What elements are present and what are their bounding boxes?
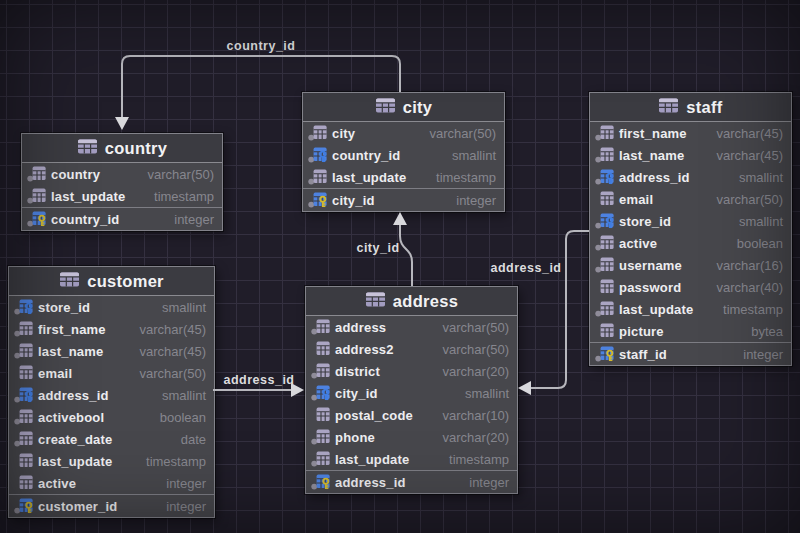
column-type: smallint xyxy=(452,148,496,163)
erd-canvas[interactable]: countrycountryvarchar(50)last_updatetime… xyxy=(0,0,800,533)
column-icon xyxy=(14,452,38,470)
column-row-last_update[interactable]: last_updatetimestamp xyxy=(306,448,517,470)
column-row-store_id[interactable]: store_idsmallint xyxy=(9,296,214,318)
column-type: varchar(20) xyxy=(443,430,509,445)
column-row-country_id[interactable]: country_idinteger xyxy=(22,207,222,230)
table-title: staff xyxy=(686,98,722,117)
column-row-email[interactable]: emailvarchar(50) xyxy=(590,188,791,210)
column-icon xyxy=(311,318,335,336)
column-row-city[interactable]: cityvarchar(50) xyxy=(303,122,504,144)
column-name: last_name xyxy=(619,148,684,163)
column-name: first_name xyxy=(619,126,687,141)
column-row-picture[interactable]: picturebytea xyxy=(590,320,791,342)
table-staff[interactable]: stafffirst_namevarchar(45)last_namevarch… xyxy=(589,92,792,366)
column-row-address_id[interactable]: address_idinteger xyxy=(306,470,517,493)
table-header[interactable]: address xyxy=(306,287,517,316)
column-icon xyxy=(14,364,38,382)
column-row-last_update[interactable]: last_updatetimestamp xyxy=(22,185,222,207)
column-name: postal_code xyxy=(335,408,413,423)
column-row-password[interactable]: passwordvarchar(40) xyxy=(590,276,791,298)
column-type: integer xyxy=(166,499,206,514)
column-icon xyxy=(311,406,335,424)
column-icon xyxy=(311,428,335,446)
column-icon xyxy=(595,322,619,340)
column-type: integer xyxy=(456,193,496,208)
column-row-staff_id[interactable]: staff_idinteger xyxy=(590,342,791,365)
column-row-address2[interactable]: address2varchar(50) xyxy=(306,338,517,360)
column-row-last_name[interactable]: last_namevarchar(45) xyxy=(9,340,214,362)
table-icon xyxy=(77,138,98,159)
column-row-phone[interactable]: phonevarchar(20) xyxy=(306,426,517,448)
foreign-key-icon xyxy=(311,384,335,402)
relation-line[interactable] xyxy=(531,231,589,388)
column-row-last_update[interactable]: last_updatetimestamp xyxy=(303,166,504,188)
table-customer[interactable]: customerstore_idsmallintfirst_namevarcha… xyxy=(8,266,215,518)
column-type: smallint xyxy=(465,386,509,401)
column-row-active[interactable]: activeinteger xyxy=(9,472,214,494)
column-icon xyxy=(311,362,335,380)
column-row-last_update[interactable]: last_updatetimestamp xyxy=(9,450,214,472)
relation-label: address_id xyxy=(223,373,294,387)
primary-key-icon xyxy=(308,191,332,209)
relation-arrow-icon xyxy=(291,383,304,397)
table-title: country xyxy=(105,139,168,158)
column-icon xyxy=(595,256,619,274)
column-row-address[interactable]: addressvarchar(50) xyxy=(306,316,517,338)
column-row-district[interactable]: districtvarchar(20) xyxy=(306,360,517,382)
table-country[interactable]: countrycountryvarchar(50)last_updatetime… xyxy=(21,133,223,231)
column-type: smallint xyxy=(162,300,206,315)
relation-city_id: city_id xyxy=(356,212,412,286)
column-name: last_update xyxy=(335,452,409,467)
foreign-key-icon xyxy=(595,212,619,230)
column-row-create_date[interactable]: create_datedate xyxy=(9,428,214,450)
column-row-last_name[interactable]: last_namevarchar(45) xyxy=(590,144,791,166)
column-row-active[interactable]: activeboolean xyxy=(590,232,791,254)
table-address[interactable]: addressaddressvarchar(50)address2varchar… xyxy=(305,286,518,494)
column-row-customer_id[interactable]: customer_idinteger xyxy=(9,494,214,517)
relation-arrow-icon xyxy=(393,212,407,225)
column-icon xyxy=(595,234,619,252)
column-row-address_id[interactable]: address_idsmallint xyxy=(9,384,214,406)
table-header[interactable]: city xyxy=(303,93,504,122)
column-row-country[interactable]: countryvarchar(50) xyxy=(22,163,222,185)
column-row-postal_code[interactable]: postal_codevarchar(10) xyxy=(306,404,517,426)
column-icon xyxy=(311,450,335,468)
column-type: boolean xyxy=(737,236,783,251)
column-name: store_id xyxy=(619,214,671,229)
column-row-username[interactable]: usernamevarchar(16) xyxy=(590,254,791,276)
column-row-city_id[interactable]: city_idinteger xyxy=(303,188,504,211)
column-name: email xyxy=(38,366,72,381)
column-name: last_update xyxy=(332,170,406,185)
column-type: varchar(40) xyxy=(717,280,783,295)
column-name: active xyxy=(619,236,657,251)
foreign-key-icon xyxy=(308,146,332,164)
relation-label: city_id xyxy=(356,241,399,255)
column-row-activebool[interactable]: activeboolboolean xyxy=(9,406,214,428)
column-row-address_id[interactable]: address_idsmallint xyxy=(590,166,791,188)
column-row-last_update[interactable]: last_updatetimestamp xyxy=(590,298,791,320)
column-icon xyxy=(308,168,332,186)
column-row-store_id[interactable]: store_idsmallint xyxy=(590,210,791,232)
column-row-country_id[interactable]: country_idsmallint xyxy=(303,144,504,166)
column-row-first_name[interactable]: first_namevarchar(45) xyxy=(590,122,791,144)
table-city[interactable]: citycityvarchar(50)country_idsmallintlas… xyxy=(302,92,505,212)
column-row-first_name[interactable]: first_namevarchar(45) xyxy=(9,318,214,340)
column-name: address xyxy=(335,320,386,335)
column-name: city_id xyxy=(335,386,378,401)
column-type: timestamp xyxy=(436,170,496,185)
column-row-email[interactable]: emailvarchar(50) xyxy=(9,362,214,384)
primary-key-icon xyxy=(311,473,335,491)
column-row-city_id[interactable]: city_idsmallint xyxy=(306,382,517,404)
table-title: city xyxy=(403,98,433,117)
relation-line[interactable] xyxy=(400,225,412,286)
table-header[interactable]: country xyxy=(22,134,222,163)
column-name: city xyxy=(332,126,355,141)
column-icon xyxy=(311,340,335,358)
table-title: address xyxy=(393,292,458,311)
column-type: varchar(10) xyxy=(443,408,509,423)
column-name: email xyxy=(619,192,653,207)
table-header[interactable]: staff xyxy=(590,93,791,122)
table-header[interactable]: customer xyxy=(9,267,214,296)
column-name: activebool xyxy=(38,410,104,425)
column-type: date xyxy=(181,432,206,447)
